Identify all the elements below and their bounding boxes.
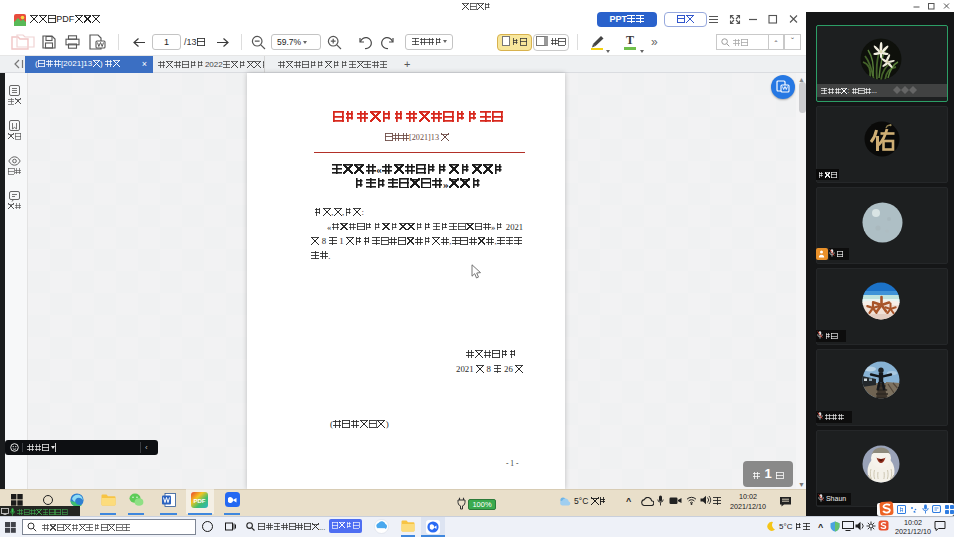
svg-text:PDF: PDF [194, 498, 206, 504]
